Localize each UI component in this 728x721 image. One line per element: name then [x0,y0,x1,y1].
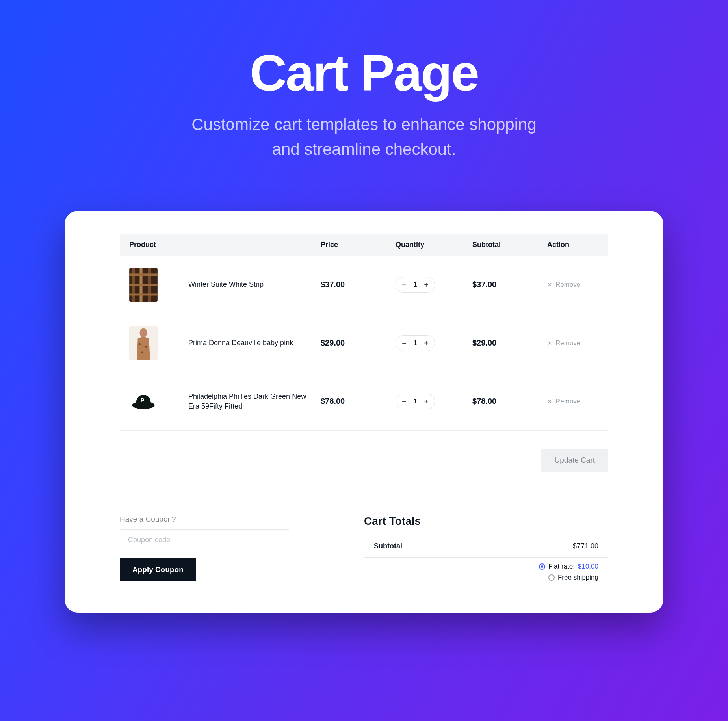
svg-point-8 [139,328,147,337]
qty-increase-button[interactable]: + [420,279,432,291]
product-price: $78.00 [321,397,396,406]
remove-button[interactable]: ✕ Remove [547,339,580,347]
qty-increase-button[interactable]: + [420,337,432,349]
cart-table-header: Product Price Quantity Subtotal Action [120,234,608,256]
svg-text:P: P [141,397,145,403]
radio-icon [539,563,545,570]
svg-point-11 [141,351,143,353]
product-subtotal: $37.00 [472,280,547,289]
shipping-flat-value: $10.00 [578,563,598,570]
header-subtotal: Subtotal [472,241,547,249]
qty-value: 1 [410,398,420,405]
qty-decrease-button[interactable]: − [398,279,410,291]
product-name: Philadelphia Phillies Dark Green New Era… [188,392,306,411]
header-price: Price [321,241,396,249]
page-title: Cart Page [0,43,728,102]
cart-row: P Philadelphia Phillies Dark Green New E… [120,372,608,431]
svg-rect-6 [129,293,158,295]
quantity-stepper[interactable]: − 1 + [396,335,435,351]
cart-totals-title: Cart Totals [364,515,608,528]
coupon-input[interactable] [120,529,289,550]
product-thumb [129,326,158,360]
close-icon: ✕ [547,398,552,405]
remove-label: Remove [555,281,580,289]
qty-decrease-button[interactable]: − [398,396,410,407]
svg-point-10 [145,346,147,348]
coupon-section: Have a Coupon? Apply Coupon [120,515,340,589]
svg-rect-5 [129,284,158,286]
hero-section: Cart Page Customize cart templates to en… [0,0,728,162]
product-subtotal: $29.00 [472,338,547,347]
cart-card: Product Price Quantity Subtotal Action W… [65,211,663,613]
quantity-stepper[interactable]: − 1 + [396,394,435,409]
remove-button[interactable]: ✕ Remove [547,398,580,405]
product-price: $29.00 [321,338,396,347]
cart-row: Winter Suite White Strip $37.00 − 1 + $3… [120,256,608,314]
subtotal-label: Subtotal [374,542,402,550]
cart-row: Prima Donna Deauville baby pink $29.00 −… [120,314,608,372]
shipping-flat-label: Flat rate: [548,563,575,570]
update-cart-button[interactable]: Update Cart [541,449,608,472]
product-name: Prima Donna Deauville baby pink [188,338,293,347]
product-price: $37.00 [321,280,396,289]
apply-coupon-button[interactable]: Apply Coupon [120,558,196,581]
shipping-option-flat[interactable]: Flat rate: $10.00 [374,563,598,570]
header-product: Product [120,241,321,249]
product-thumb: P [129,385,158,418]
page-subtitle: Customize cart templates to enhance shop… [0,112,728,162]
cart-totals-section: Cart Totals Subtotal $771.00 Flat rate: … [364,515,608,589]
close-icon: ✕ [547,340,552,347]
qty-increase-button[interactable]: + [420,396,432,407]
header-action: Action [547,241,608,249]
remove-button[interactable]: ✕ Remove [547,281,580,289]
cart-totals-box: Subtotal $771.00 Flat rate: $10.00 Free … [364,535,608,589]
shipping-free-label: Free shipping [558,574,598,582]
remove-label: Remove [555,398,580,405]
header-quantity: Quantity [396,241,472,249]
coupon-label: Have a Coupon? [120,515,340,524]
quantity-stepper[interactable]: − 1 + [396,277,435,293]
remove-label: Remove [555,339,580,347]
svg-rect-4 [129,273,158,276]
qty-value: 1 [410,339,420,347]
subtotal-value: $771.00 [573,542,598,550]
qty-value: 1 [410,281,420,289]
radio-icon [548,574,555,581]
qty-decrease-button[interactable]: − [398,337,410,349]
shipping-option-free[interactable]: Free shipping [374,574,598,582]
svg-point-9 [139,343,141,345]
product-thumb [129,268,158,302]
product-name: Winter Suite White Strip [188,280,264,289]
close-icon: ✕ [547,281,552,288]
product-subtotal: $78.00 [472,397,547,406]
